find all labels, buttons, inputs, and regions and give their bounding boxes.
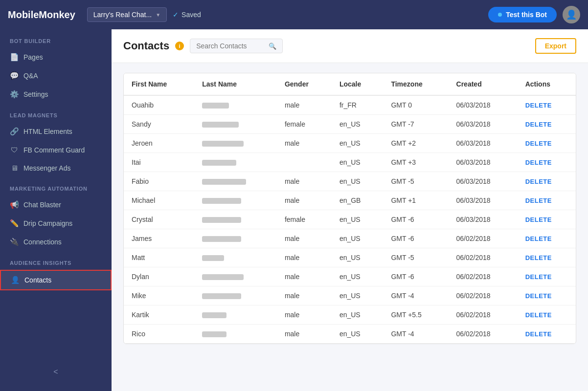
sidebar-item-settings[interactable]: ⚙️Settings — [0, 85, 112, 104]
delete-button[interactable]: DELETE — [525, 197, 552, 204]
sidebar-item-qna[interactable]: 💬Q&A — [0, 66, 112, 85]
bot-selector-label: Larry's Real Chat... — [93, 11, 152, 19]
last-name-cell — [194, 210, 277, 229]
gender-cell: male — [277, 305, 332, 325]
first-name-cell: Matt — [124, 248, 194, 267]
table-row: Fabiomaleen_USGMT -506/03/2018DELETE — [124, 172, 576, 191]
first-name-cell: Kartik — [124, 305, 194, 325]
table-row: Crystalfemaleen_USGMT -606/03/2018DELETE — [124, 210, 576, 229]
timezone-cell: GMT -4 — [383, 286, 448, 305]
contacts-table-container: First NameLast NameGenderLocaleTimezoneC… — [123, 73, 576, 344]
connections-icon: 🔌 — [10, 238, 19, 246]
sidebar-item-label: Chat Blaster — [23, 201, 61, 209]
table-row: Michaelmaleen_GBGMT +106/03/2018DELETE — [124, 191, 576, 210]
actions-cell: DELETE — [518, 134, 576, 153]
locale-cell: en_US — [332, 305, 384, 325]
sidebar-item-html-elements[interactable]: 🔗HTML Elements — [0, 122, 112, 141]
delete-button[interactable]: DELETE — [525, 330, 552, 338]
gender-cell: male — [277, 134, 332, 153]
delete-button[interactable]: DELETE — [525, 311, 552, 319]
sidebar-item-drip-campaigns[interactable]: ✏️Drip Campaigns — [0, 214, 112, 233]
saved-label: Saved — [181, 11, 201, 19]
sidebar-collapse-button[interactable]: < — [0, 363, 112, 381]
created-cell: 06/03/2018 — [449, 115, 518, 134]
locale-cell: en_US — [332, 229, 384, 248]
delete-button[interactable]: DELETE — [525, 102, 552, 109]
locale-cell: en_US — [332, 115, 384, 134]
fb-comment-guard-icon: 🛡 — [10, 146, 19, 154]
actions-cell: DELETE — [518, 191, 576, 210]
sidebar-item-label: Q&A — [23, 72, 38, 80]
locale-cell: en_US — [332, 153, 384, 172]
sidebar-item-pages[interactable]: 📄Pages — [0, 48, 112, 66]
delete-button[interactable]: DELETE — [525, 121, 552, 128]
last-name-cell — [194, 325, 277, 344]
last-name-cell — [194, 95, 277, 115]
delete-button[interactable]: DELETE — [525, 235, 552, 242]
sidebar-section-0: BOT BUILDER — [0, 29, 112, 48]
table-row: Dylanmaleen_USGMT -606/02/2018DELETE — [124, 267, 576, 286]
gender-cell: male — [277, 248, 332, 267]
locale-cell: en_US — [332, 325, 384, 344]
first-name-cell: Dylan — [124, 267, 194, 286]
sidebar-item-chat-blaster[interactable]: 📢Chat Blaster — [0, 196, 112, 214]
sidebar-section-2: MARKETING AUTOMATION — [0, 177, 112, 196]
last-name-cell — [194, 134, 277, 153]
gender-cell: female — [277, 210, 332, 229]
delete-button[interactable]: DELETE — [525, 178, 552, 185]
sidebar-item-connections[interactable]: 🔌Connections — [0, 233, 112, 251]
timezone-cell: GMT -6 — [383, 267, 448, 286]
last-name-cell — [194, 248, 277, 267]
actions-cell: DELETE — [518, 305, 576, 325]
created-cell: 06/03/2018 — [449, 134, 518, 153]
sidebar-section-3: AUDIENCE INSIGHTS — [0, 251, 112, 270]
actions-cell: DELETE — [518, 153, 576, 172]
gender-cell: male — [277, 286, 332, 305]
timezone-cell: GMT -6 — [383, 229, 448, 248]
test-bot-label: Test this Bot — [506, 11, 547, 19]
sidebar-item-label: Drip Campaigns — [23, 219, 72, 227]
info-icon[interactable]: i — [175, 42, 184, 50]
timezone-cell: GMT -5 — [383, 248, 448, 267]
delete-button[interactable]: DELETE — [525, 216, 552, 223]
test-bot-button[interactable]: Test this Bot — [488, 7, 557, 22]
created-cell: 06/02/2018 — [449, 267, 518, 286]
locale-cell: en_GB — [332, 191, 384, 210]
col-header-gender: Gender — [277, 73, 332, 95]
gender-cell: male — [277, 172, 332, 191]
export-button[interactable]: Export — [535, 38, 576, 54]
timezone-cell: GMT +2 — [383, 134, 448, 153]
chat-blaster-icon: 📢 — [10, 200, 19, 209]
top-navigation: MobileMonkey Larry's Real Chat... ▼ ✓ Sa… — [0, 0, 588, 29]
actions-cell: DELETE — [518, 115, 576, 134]
table-row: Itaien_USGMT +306/03/2018DELETE — [124, 153, 576, 172]
delete-button[interactable]: DELETE — [525, 159, 552, 166]
sidebar-section-1: LEAD MAGNETS — [0, 104, 112, 122]
search-input[interactable] — [196, 42, 265, 50]
col-header-locale: Locale — [332, 73, 384, 95]
sidebar-item-contacts[interactable]: 👤Contacts — [0, 270, 112, 290]
search-icon: 🔍 — [269, 43, 276, 50]
delete-button[interactable]: DELETE — [525, 140, 552, 147]
sidebar-item-messenger-ads[interactable]: 🖥Messenger Ads — [0, 159, 112, 177]
html-elements-icon: 🔗 — [10, 127, 19, 136]
delete-button[interactable]: DELETE — [525, 254, 552, 261]
created-cell: 06/03/2018 — [449, 95, 518, 115]
delete-button[interactable]: DELETE — [525, 273, 552, 281]
created-cell: 06/03/2018 — [449, 210, 518, 229]
contacts-table: First NameLast NameGenderLocaleTimezoneC… — [124, 73, 576, 344]
timezone-cell: GMT +3 — [383, 153, 448, 172]
saved-status: ✓ Saved — [173, 11, 201, 19]
bot-selector-dropdown[interactable]: Larry's Real Chat... ▼ — [87, 7, 167, 22]
app-logo: MobileMonkey — [8, 9, 75, 21]
delete-button[interactable]: DELETE — [525, 292, 552, 300]
table-header: First NameLast NameGenderLocaleTimezoneC… — [124, 73, 576, 95]
col-header-first-name: First Name — [124, 73, 194, 95]
sidebar-item-label: Messenger Ads — [23, 164, 71, 172]
sidebar-item-label: Pages — [23, 53, 43, 61]
sidebar-item-fb-comment-guard[interactable]: 🛡FB Comment Guard — [0, 141, 112, 159]
chevron-down-icon: ▼ — [156, 12, 160, 18]
user-avatar[interactable]: 👤 — [563, 6, 580, 23]
created-cell: 06/02/2018 — [449, 305, 518, 325]
first-name-cell: Fabio — [124, 172, 194, 191]
